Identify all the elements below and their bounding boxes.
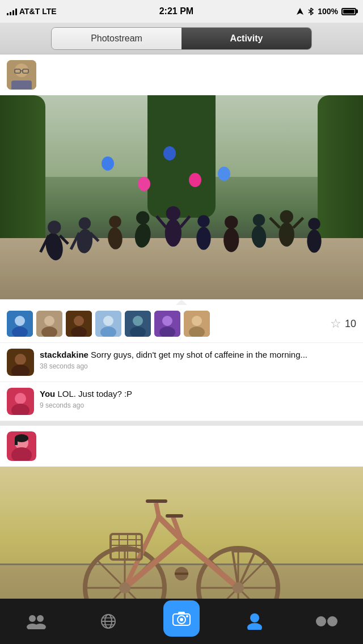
tab-switcher: Photostream Activity [51, 27, 312, 50]
network-label: LTE [42, 7, 56, 16]
svg-point-101 [29, 615, 36, 622]
people-icon [27, 613, 46, 629]
tab-activity[interactable]: Activity [182, 28, 311, 49]
comment2-avatar[interactable] [7, 388, 34, 415]
post-card-1: ☆ 10 stackdakine Sorry guys, didn't get … [0, 54, 363, 421]
commenter-avatar-5[interactable] [125, 311, 151, 337]
battery-indicator [341, 8, 356, 15]
avatar-woman-icon [7, 431, 36, 461]
battery-percent: 100% [318, 7, 338, 16]
comment1-time: 38 seconds ago [40, 362, 356, 370]
main-content: ☆ 10 stackdakine Sorry guys, didn't get … [0, 54, 363, 599]
comment-2: You LOL. Just today? :P 9 seconds ago [0, 382, 363, 421]
bottom-tab-bar [0, 599, 363, 644]
status-right: 100% [296, 7, 356, 16]
bottom-tab-people[interactable] [19, 604, 53, 638]
person-icon [247, 613, 262, 630]
top-tab-bar: Photostream Activity [0, 23, 363, 54]
status-bar: AT&T LTE 2:21 PM 100% [0, 0, 363, 23]
svg-point-103 [37, 615, 44, 622]
comment1-body: stackdakine Sorry guys, didn't get my sh… [40, 349, 356, 370]
svg-point-56 [192, 316, 202, 326]
commenter-avatar-2[interactable] [36, 311, 62, 337]
svg-point-44 [74, 316, 84, 326]
comment1-text: stackdakine Sorry guys, didn't get my sh… [40, 349, 356, 361]
comment2-text: You LOL. Just today? :P [40, 388, 356, 400]
svg-point-50 [133, 316, 143, 326]
svg-point-38 [15, 316, 25, 326]
comment2-username: You [40, 389, 55, 399]
svg-point-53 [162, 316, 172, 326]
svg-point-115 [250, 613, 259, 622]
svg-rect-68 [15, 438, 18, 445]
bluetooth-icon [307, 7, 314, 15]
bottom-tab-explore[interactable] [91, 604, 125, 638]
commenter-avatar-7[interactable] [184, 311, 210, 337]
post1-avatar[interactable] [7, 60, 36, 90]
commenters-row: ☆ 10 [0, 305, 363, 343]
globe-icon [100, 613, 117, 630]
post2-image[interactable] [0, 467, 363, 599]
svg-point-117 [316, 616, 326, 626]
bicycle-dim-overlay [0, 467, 363, 599]
svg-point-112 [180, 618, 183, 621]
bottom-tab-camera[interactable] [163, 600, 200, 637]
bottom-tab-profile[interactable] [238, 604, 272, 638]
svg-point-104 [35, 624, 46, 629]
star-favorite[interactable]: ☆ 10 [330, 316, 356, 331]
comment2-body: You LOL. Just today? :P 9 seconds ago [40, 388, 356, 409]
time-label: 2:21 PM [159, 6, 193, 16]
favorite-count: 10 [345, 318, 356, 330]
svg-point-118 [327, 616, 337, 626]
svg-point-47 [103, 316, 113, 326]
post1-image[interactable] [0, 95, 363, 299]
camera-icon [172, 611, 191, 626]
carrier-label: AT&T [19, 7, 40, 16]
tab-photostream[interactable]: Photostream [52, 28, 182, 49]
commenter-avatar-3[interactable] [66, 311, 92, 337]
bottom-tab-flickr[interactable] [310, 604, 344, 638]
comment1-avatar[interactable] [7, 349, 34, 376]
avatar-man-icon [7, 60, 36, 90]
location-icon [296, 7, 304, 15]
comment2-time: 9 seconds ago [40, 401, 356, 409]
comment-1: stackdakine Sorry guys, didn't get my sh… [0, 343, 363, 382]
commenter-avatar-1[interactable] [7, 311, 33, 337]
svg-point-4 [15, 63, 28, 77]
status-left: AT&T LTE [7, 7, 57, 16]
comment-section: ☆ 10 stackdakine Sorry guys, didn't get … [0, 305, 363, 421]
svg-point-59 [15, 354, 26, 365]
svg-point-116 [247, 623, 262, 630]
comment1-username: stackdakine [40, 350, 88, 359]
post1-header [0, 54, 363, 95]
svg-rect-5 [11, 80, 32, 90]
star-icon: ☆ [330, 316, 341, 331]
flickr-dots-icon [314, 616, 339, 627]
post2-avatar[interactable] [7, 431, 36, 461]
svg-point-114 [186, 615, 188, 617]
jumping-photo-bg [0, 95, 363, 299]
svg-point-41 [44, 316, 54, 326]
commenter-avatar-6[interactable] [154, 311, 180, 337]
commenter-avatar-4[interactable] [95, 311, 121, 337]
signal-bars [7, 7, 17, 15]
post-card-2 [0, 426, 363, 599]
post2-header [0, 426, 363, 467]
svg-marker-0 [297, 8, 303, 15]
image-dim-overlay [0, 95, 363, 299]
svg-point-62 [15, 393, 26, 404]
popup-indicator [0, 299, 363, 305]
svg-rect-113 [178, 612, 185, 615]
